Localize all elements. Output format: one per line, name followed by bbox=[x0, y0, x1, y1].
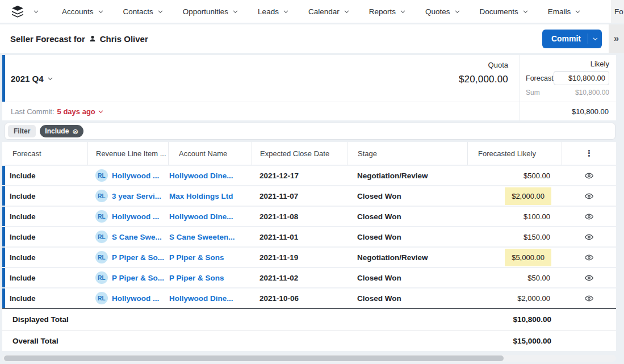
column-header-revenue-line-item[interactable]: Revenue Line Item ... bbox=[87, 142, 168, 165]
chevron-down-icon bbox=[522, 9, 529, 15]
revenue-line-item-link[interactable]: P Piper & So... bbox=[112, 253, 164, 262]
column-header-forecast[interactable]: Forecast bbox=[2, 142, 87, 165]
kebab-menu-icon[interactable]: ⋮ bbox=[562, 142, 616, 165]
double-chevron-right-icon: » bbox=[614, 33, 619, 44]
chevron-down-icon bbox=[454, 9, 460, 15]
revenue-line-item-badge: RL bbox=[95, 292, 108, 304]
revenue-line-item-badge: RL bbox=[95, 169, 108, 182]
sales-stage: Closed Won bbox=[347, 227, 467, 246]
sales-stage: Negotiation/Review bbox=[347, 166, 467, 185]
account-name-link[interactable]: Max Holdings Ltd bbox=[169, 192, 233, 200]
nav-item-accounts[interactable]: Accounts bbox=[62, 7, 104, 16]
forecasted-likely-amount: $500.00 bbox=[522, 167, 551, 185]
revenue-line-item-badge: RL bbox=[95, 210, 108, 223]
nav-item-reports[interactable]: Reports bbox=[369, 7, 406, 16]
eye-icon[interactable] bbox=[584, 191, 594, 201]
sales-stage: Closed Won bbox=[347, 207, 467, 226]
eye-icon[interactable] bbox=[584, 253, 594, 262]
row-forecast-flag[interactable]: Include bbox=[2, 186, 87, 206]
nav-item-quotes[interactable]: Quotes bbox=[425, 7, 460, 16]
eye-icon[interactable] bbox=[584, 294, 594, 303]
commit-button[interactable]: Commit bbox=[542, 30, 602, 48]
period-selector[interactable]: 2021 Q4 bbox=[2, 55, 378, 102]
nav-item-forecasts-partial[interactable]: Fo bbox=[611, 0, 624, 23]
nav-item-contacts[interactable]: Contacts bbox=[123, 7, 164, 16]
revenue-line-item-link[interactable]: Hollywood ... bbox=[112, 171, 159, 180]
circle-close-icon[interactable]: ⊗ bbox=[72, 128, 78, 135]
account-name-link[interactable]: S Cane Sweeten... bbox=[169, 233, 235, 241]
likely-label: Likely bbox=[526, 60, 609, 68]
forecast-table: Forecast Revenue Line Item ... Account N… bbox=[2, 142, 616, 351]
row-forecast-flag[interactable]: Include bbox=[2, 227, 87, 246]
eye-icon[interactable] bbox=[584, 232, 594, 242]
row-forecast-flag[interactable]: Include bbox=[2, 288, 87, 308]
totals-section: Displayed Total $10,800.00 Overall Total… bbox=[2, 308, 616, 351]
column-header-account-name[interactable]: Account Name bbox=[168, 142, 252, 165]
filter-chip-include[interactable]: Include ⊗ bbox=[40, 125, 83, 137]
chevron-down-icon bbox=[47, 76, 53, 82]
account-name-link[interactable]: P Piper & Sons bbox=[169, 253, 224, 262]
column-header-expected-close-date[interactable]: Expected Close Date bbox=[252, 142, 347, 165]
revenue-line-item-link[interactable]: Hollywood ... bbox=[112, 212, 159, 221]
chevron-down-icon bbox=[592, 36, 598, 42]
eye-icon[interactable] bbox=[584, 273, 594, 283]
row-forecast-flag[interactable]: Include bbox=[2, 268, 87, 287]
app-logo-menu[interactable] bbox=[10, 5, 39, 18]
scrollbar-thumb[interactable] bbox=[4, 355, 504, 361]
revenue-line-item-link[interactable]: P Piper & So... bbox=[112, 274, 164, 282]
nav-item-calendar[interactable]: Calendar bbox=[308, 7, 350, 16]
revenue-line-item-link[interactable]: 3 year Servi... bbox=[112, 192, 161, 200]
row-forecast-flag[interactable]: Include bbox=[2, 166, 87, 185]
forecasted-likely-amount: $5,000.00 bbox=[505, 249, 551, 266]
revenue-line-item-badge: RL bbox=[95, 231, 108, 243]
table-header-row: Forecast Revenue Line Item ... Account N… bbox=[2, 142, 616, 165]
nav-item-emails[interactable]: Emails bbox=[548, 7, 581, 16]
account-name-link[interactable]: P Piper & Sons bbox=[169, 274, 224, 282]
revenue-line-item-link[interactable]: Hollywood ... bbox=[112, 294, 159, 303]
column-header-forecasted-likely[interactable]: Forecasted Likely bbox=[467, 142, 562, 165]
account-name-link[interactable]: Hollywood Dine... bbox=[169, 294, 233, 303]
overall-total-row: Overall Total $15,000.00 bbox=[2, 330, 616, 351]
eye-icon[interactable] bbox=[584, 212, 594, 221]
displayed-total-label: Displayed Total bbox=[2, 315, 467, 324]
forecasted-likely-amount: $2,000.00 bbox=[505, 187, 551, 205]
column-header-stage[interactable]: Stage bbox=[347, 142, 467, 165]
chevron-down-icon bbox=[98, 108, 104, 115]
filter-chip-label: Include bbox=[45, 127, 69, 135]
displayed-total-row: Displayed Total $10,800.00 bbox=[2, 309, 616, 330]
nav-item-opportunities[interactable]: Opportunities bbox=[183, 7, 238, 16]
expected-close-date: 2021-11-02 bbox=[252, 268, 347, 287]
top-navigation: Accounts Contacts Opportunities Leads Ca… bbox=[0, 0, 624, 23]
forecast-input[interactable] bbox=[554, 71, 609, 85]
quota-label: Quota bbox=[378, 61, 508, 69]
expected-close-date: 2021-11-08 bbox=[252, 207, 347, 226]
account-name-link[interactable]: Hollywood Dine... bbox=[169, 171, 233, 180]
revenue-line-item-link[interactable]: S Cane Swe... bbox=[112, 233, 162, 241]
chevron-down-icon bbox=[98, 9, 104, 15]
period-label: 2021 Q4 bbox=[11, 74, 44, 83]
chevron-down-icon bbox=[575, 9, 581, 15]
table-row: Include RL Hollywood ... Hollywood Dine.… bbox=[2, 287, 616, 308]
filter-bar[interactable]: Filter Include ⊗ bbox=[5, 123, 615, 140]
chevron-down-icon bbox=[283, 9, 289, 15]
nav-item-label: Quotes bbox=[425, 7, 450, 16]
account-name-link[interactable]: Hollywood Dine... bbox=[169, 212, 233, 221]
overall-total-label: Overall Total bbox=[2, 337, 467, 345]
horizontal-scrollbar[interactable] bbox=[2, 355, 616, 362]
nav-item-label: Accounts bbox=[62, 7, 94, 16]
nav-item-leads[interactable]: Leads bbox=[258, 7, 289, 16]
row-forecast-flag[interactable]: Include bbox=[2, 207, 87, 226]
sidebar-expand-button[interactable]: » bbox=[609, 24, 624, 53]
button-divider bbox=[588, 34, 588, 44]
last-commit-label: Last Commit: bbox=[11, 107, 55, 116]
displayed-total-value: $10,800.00 bbox=[467, 315, 562, 324]
expected-close-date: 2021-11-19 bbox=[252, 248, 347, 267]
nav-item-label: Documents bbox=[480, 7, 518, 16]
quota-panel: 2021 Q4 Quota $20,000.00 Likely Forecast… bbox=[2, 55, 616, 102]
sales-stage: Closed Won bbox=[347, 268, 467, 287]
last-commit-selector[interactable]: 5 days ago bbox=[57, 107, 104, 116]
eye-icon[interactable] bbox=[584, 171, 594, 181]
nav-item-documents[interactable]: Documents bbox=[480, 7, 529, 16]
quota-column: Quota $20,000.00 bbox=[378, 55, 520, 102]
row-forecast-flag[interactable]: Include bbox=[2, 248, 87, 267]
